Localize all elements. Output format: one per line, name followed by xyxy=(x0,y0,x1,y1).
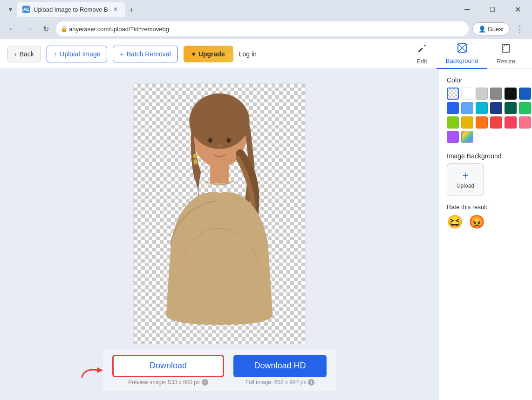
url-input[interactable] xyxy=(56,21,469,36)
lock-icon: 🔒 xyxy=(61,26,68,32)
back-chevron-icon: ‹ xyxy=(14,50,17,58)
download-button[interactable]: Download xyxy=(112,355,224,377)
new-tab-button[interactable]: + xyxy=(125,4,138,17)
color-pink-light[interactable] xyxy=(519,116,531,129)
app-content: ‹ Back ↑ Upload Image + Batch Removal ♥ … xyxy=(0,39,532,400)
upload-background-button[interactable]: + Upload xyxy=(447,163,484,196)
resize-icon xyxy=(501,43,511,56)
login-label: Log in xyxy=(239,50,257,58)
color-blue-dark[interactable] xyxy=(519,88,531,100)
tab-favicon: AE xyxy=(22,6,30,13)
color-purple[interactable] xyxy=(447,131,459,143)
color-white[interactable] xyxy=(461,88,473,100)
forward-nav-button[interactable]: → xyxy=(22,22,35,35)
color-green[interactable] xyxy=(519,102,531,114)
color-orange[interactable] xyxy=(476,116,488,129)
color-blue-light[interactable] xyxy=(461,102,473,114)
tab-background[interactable]: Background xyxy=(437,39,487,69)
profile-button[interactable]: 👤 Guest xyxy=(472,22,510,35)
color-grid xyxy=(447,88,525,143)
upload-label: Upload Image xyxy=(60,50,100,58)
happy-emoji-button[interactable]: 😆 xyxy=(447,214,463,230)
address-bar-row: ← → ↻ 🔒 👤 Guest ⋮ xyxy=(0,19,532,39)
back-label: Back xyxy=(20,50,34,58)
color-yellow[interactable] xyxy=(461,116,473,129)
svg-marker-13 xyxy=(97,367,103,373)
upgrade-label: Upgrade xyxy=(198,50,225,58)
tab-close-button[interactable]: ✕ xyxy=(112,6,119,13)
rate-section: Rate this result: 😆 😡 xyxy=(447,203,525,230)
upload-image-button[interactable]: ↑ Upload Image xyxy=(47,46,108,62)
plus-icon: + xyxy=(120,50,123,58)
upgrade-button[interactable]: ♥ Upgrade xyxy=(184,46,233,62)
app-toolbar: ‹ Back ↑ Upload Image + Batch Removal ♥ … xyxy=(0,39,532,69)
tool-tabs: Edit Background xyxy=(407,39,525,69)
color-green-dark[interactable] xyxy=(505,102,517,114)
download-area: Download Preview image: 533 x 800 px i D… xyxy=(103,349,336,391)
color-gradient[interactable] xyxy=(461,131,473,143)
background-tab-label: Background xyxy=(446,57,478,64)
active-tab[interactable]: AE Upload Image to Remove B... ✕ xyxy=(17,2,125,17)
info-icon-hd: i xyxy=(308,379,314,386)
arrow-indicator xyxy=(80,361,108,380)
profile-icon: 👤 xyxy=(478,26,486,33)
color-pink[interactable] xyxy=(505,116,517,129)
image-canvas[interactable] xyxy=(133,83,306,344)
back-button[interactable]: ‹ Back xyxy=(7,46,41,62)
tab-list-button[interactable]: ▾ xyxy=(4,3,17,16)
color-gray[interactable] xyxy=(490,88,502,100)
upload-bg-label: Upload xyxy=(457,183,474,189)
main-area: ✋ − 100% + ⛶ ⊡ xyxy=(0,69,532,400)
color-yellow-green[interactable] xyxy=(447,116,459,129)
back-nav-button[interactable]: ← xyxy=(6,22,19,35)
angry-emoji-button[interactable]: 😡 xyxy=(469,214,485,230)
person-image xyxy=(134,84,305,344)
close-button[interactable]: ✕ xyxy=(507,3,528,16)
svg-point-11 xyxy=(208,138,212,142)
minimize-button[interactable]: ─ xyxy=(457,3,478,16)
browser-window: ▾ AE Upload Image to Remove B... ✕ + ─ □… xyxy=(0,0,532,400)
color-section: Color xyxy=(447,76,525,145)
color-red[interactable] xyxy=(490,116,502,129)
svg-rect-6 xyxy=(210,160,229,183)
color-navy[interactable] xyxy=(490,102,502,114)
color-black[interactable] xyxy=(505,88,517,100)
preview-info: Preview image: 533 x 800 px i xyxy=(128,379,208,386)
svg-point-7 xyxy=(193,153,198,158)
color-transparent[interactable] xyxy=(447,88,459,100)
window-controls: ─ □ ✕ xyxy=(457,3,528,16)
download-section-standard: Download Preview image: 533 x 800 px i xyxy=(112,355,224,386)
info-icon: i xyxy=(202,379,208,386)
emoji-row: 😆 😡 xyxy=(447,214,525,230)
full-info: Full image: 658 x 987 px i xyxy=(246,379,315,386)
tab-title: Upload Image to Remove B... xyxy=(34,6,108,13)
svg-point-8 xyxy=(193,159,197,164)
tab-edit[interactable]: Edit xyxy=(407,40,436,68)
batch-removal-button[interactable]: + Batch Removal xyxy=(113,46,177,62)
svg-point-5 xyxy=(189,93,249,149)
svg-rect-3 xyxy=(502,45,510,52)
right-panel: Color xyxy=(439,69,532,400)
standard-download-section: Download Preview image: 533 x 800 px i xyxy=(112,355,224,386)
color-blue[interactable] xyxy=(447,102,459,114)
tab-resize[interactable]: Resize xyxy=(487,40,525,68)
upload-plus-icon: + xyxy=(463,170,469,181)
color-light-gray[interactable] xyxy=(476,88,488,100)
edit-icon xyxy=(417,43,427,56)
image-background-section: Image Background + Upload xyxy=(447,152,525,196)
rate-title: Rate this result: xyxy=(447,203,525,210)
refresh-button[interactable]: ↻ xyxy=(39,22,52,35)
tab-strip: AE Upload Image to Remove B... ✕ + xyxy=(17,2,457,17)
maximize-button[interactable]: □ xyxy=(482,3,503,16)
resize-tab-label: Resize xyxy=(497,58,515,65)
color-teal[interactable] xyxy=(476,102,488,114)
download-hd-button[interactable]: Download HD xyxy=(233,355,327,377)
edit-tab-label: Edit xyxy=(416,58,427,65)
browser-menu-button[interactable]: ⋮ xyxy=(513,22,526,35)
title-bar: ▾ AE Upload Image to Remove B... ✕ + ─ □… xyxy=(0,0,532,19)
profile-label: Guest xyxy=(488,26,504,33)
color-section-title: Color xyxy=(447,76,525,84)
login-button[interactable]: Log in xyxy=(239,50,257,58)
address-bar[interactable]: 🔒 xyxy=(56,21,469,36)
background-icon xyxy=(457,43,467,55)
